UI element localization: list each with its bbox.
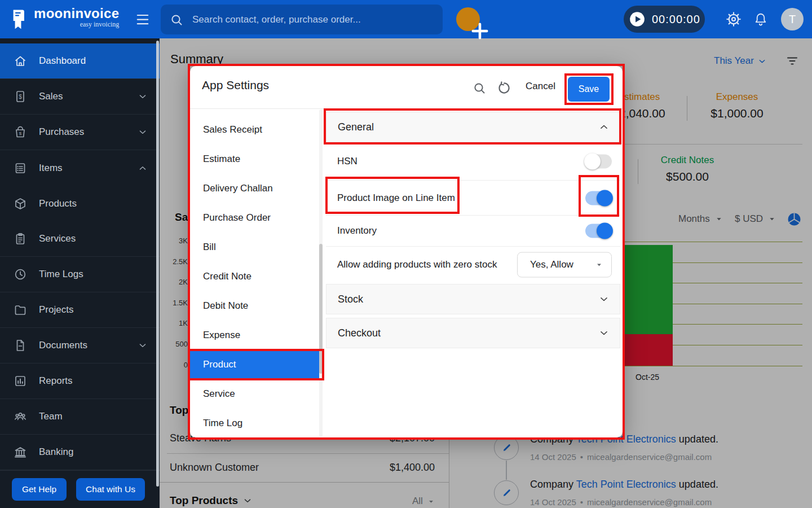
sidebar-item-dashboard[interactable]: Dashboard: [0, 43, 160, 79]
settings-nav-estimate[interactable]: Estimate: [190, 144, 319, 174]
settings-nav-product[interactable]: Product: [190, 350, 319, 379]
brand: mooninvoice easy invoicing: [34, 6, 119, 29]
sidebar-item-items[interactable]: Items: [0, 150, 160, 186]
sidebar-footer: Get Help Chat with Us: [0, 470, 160, 508]
products-icon: [14, 197, 27, 211]
setting-row-product-image: Product Image on Line Item: [326, 181, 620, 216]
services-icon: [14, 232, 27, 246]
search-input[interactable]: [191, 14, 428, 26]
global-search[interactable]: [161, 5, 443, 34]
documents-icon: [14, 339, 27, 352]
modal-title: App Settings: [202, 78, 269, 92]
brand-tagline: easy invoicing: [34, 20, 119, 29]
svg-text:$: $: [19, 131, 22, 136]
chevron-down-icon: [138, 127, 148, 137]
sidebar-scrollbar[interactable]: [156, 38, 160, 508]
settings-nav-time-log[interactable]: Time Log: [190, 409, 319, 438]
hamburger-icon[interactable]: [134, 12, 151, 27]
reset-icon[interactable]: [496, 80, 512, 96]
settings-nav-debit-note[interactable]: Debit Note: [190, 291, 319, 321]
modal-header: App Settings Cancel Save: [190, 66, 623, 109]
section-checkout[interactable]: Checkout: [326, 318, 620, 348]
sidebar-item-services[interactable]: Services: [0, 221, 160, 257]
sidebar-item-sales[interactable]: $Sales: [0, 79, 160, 115]
chevron-up-icon: [138, 163, 148, 173]
plus-icon: [468, 19, 492, 43]
setting-row-zero-stock: Allow adding products with zero stock Ye…: [326, 247, 620, 282]
sidebar-item-purchases[interactable]: $Purchases: [0, 115, 160, 150]
add-new-button[interactable]: [456, 7, 480, 31]
product-image-toggle[interactable]: [585, 191, 612, 205]
purchases-icon: $: [14, 125, 27, 139]
banking-icon: [14, 445, 27, 459]
time-logs-icon: [14, 268, 27, 281]
search-icon: [170, 13, 183, 27]
brand-name: mooninvoice: [34, 6, 119, 21]
sidebar-item-products[interactable]: Products: [0, 186, 160, 221]
sidebar-item-team[interactable]: Team: [0, 399, 160, 435]
settings-nav-scrollbar[interactable]: [319, 110, 323, 437]
chevron-down-icon: [598, 327, 610, 339]
settings-nav-delivery-challan[interactable]: Delivery Challan: [190, 174, 319, 203]
sidebar-item-documents[interactable]: Documents: [0, 328, 160, 364]
reports-icon: [14, 374, 27, 388]
setting-row-hsn: HSN: [326, 142, 620, 181]
settings-nav-sales-receipt[interactable]: Sales Receipt: [190, 115, 319, 144]
chat-with-us-button[interactable]: Chat with Us: [76, 478, 145, 501]
settings-nav-credit-note[interactable]: Credit Note: [190, 262, 319, 291]
timer-value: 00:00:00: [652, 13, 700, 26]
chevron-down-icon: [138, 91, 148, 102]
logo-icon: [8, 7, 32, 32]
inventory-toggle[interactable]: [585, 224, 612, 238]
team-icon: [14, 410, 27, 423]
chevron-down-icon: [598, 294, 610, 305]
svg-text:$: $: [19, 94, 22, 100]
settings-nav-purchase-order[interactable]: Purchase Order: [190, 203, 319, 233]
sidebar-scrollbar-thumb[interactable]: [156, 41, 159, 487]
sidebar-item-banking[interactable]: Banking: [0, 435, 160, 470]
projects-icon: [14, 303, 27, 317]
hsn-toggle[interactable]: [585, 154, 612, 168]
setting-row-inventory: Inventory: [326, 216, 620, 247]
sidebar: Dashboard$Sales$PurchasesItemsProductsSe…: [0, 38, 160, 508]
topbar: mooninvoice easy invoicing 00:00:00 T: [0, 0, 812, 38]
section-stock[interactable]: Stock: [326, 284, 620, 314]
settings-nav-bill[interactable]: Bill: [190, 233, 319, 262]
get-help-button[interactable]: Get Help: [12, 478, 67, 501]
save-button[interactable]: Save: [568, 77, 610, 102]
settings-nav-service[interactable]: Service: [190, 379, 319, 409]
timer-widget[interactable]: 00:00:00: [624, 6, 705, 33]
bell-icon[interactable]: [753, 12, 768, 27]
chevron-up-icon: [598, 121, 610, 133]
chevron-down-icon: [138, 340, 148, 351]
sidebar-item-reports[interactable]: Reports: [0, 364, 160, 399]
play-icon[interactable]: [629, 11, 645, 27]
sidebar-item-time-logs[interactable]: Time Logs: [0, 257, 160, 292]
avatar[interactable]: T: [781, 8, 804, 30]
cancel-button[interactable]: Cancel: [522, 80, 559, 93]
sidebar-item-projects[interactable]: Projects: [0, 292, 160, 328]
sales-icon: $: [14, 90, 27, 103]
settings-nav-expense[interactable]: Expense: [190, 321, 319, 350]
app-window: mooninvoice easy invoicing 00:00:00 T Da…: [0, 0, 812, 508]
zero-stock-dropdown[interactable]: Yes, Allow: [517, 252, 612, 277]
app-settings-modal: App Settings Cancel Save Sales ReceiptEs…: [190, 66, 623, 437]
section-general[interactable]: General: [326, 112, 620, 142]
search-icon[interactable]: [473, 81, 486, 95]
settings-nav-scrollbar-thumb[interactable]: [319, 244, 323, 374]
items-icon: [14, 161, 27, 175]
gear-icon[interactable]: [725, 11, 742, 28]
caret-down-icon: [595, 260, 603, 269]
home-icon: [14, 54, 27, 68]
